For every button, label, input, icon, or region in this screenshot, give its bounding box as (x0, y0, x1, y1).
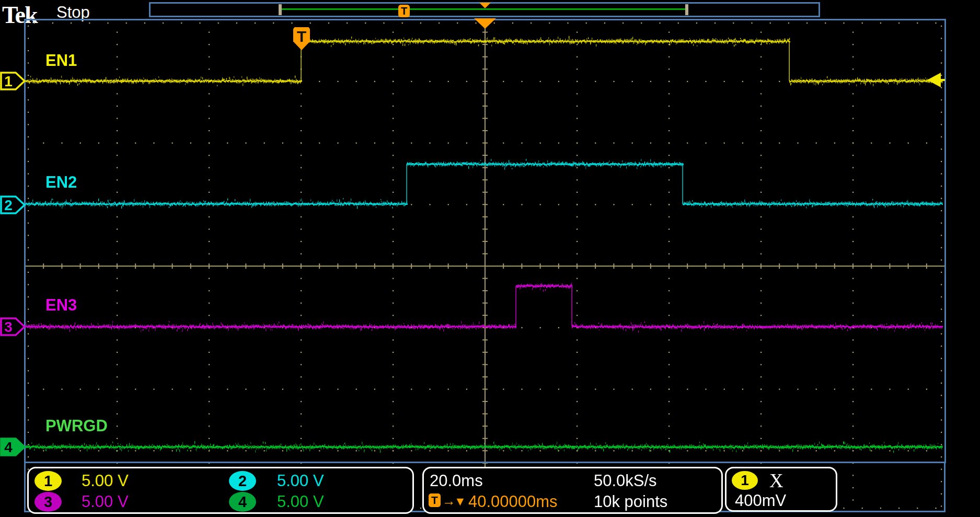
channel4-badge: 4 (229, 492, 256, 512)
channel1-scale: 5.00 V (82, 472, 129, 490)
channel1-badge: 1 (34, 471, 62, 491)
channel3-label: EN3 (45, 296, 77, 315)
channel1-marker-icon: 1 (0, 71, 26, 91)
channel2-badge: 2 (229, 471, 256, 491)
svg-text:4: 4 (4, 439, 13, 455)
channel2-label: EN2 (45, 173, 77, 192)
trigger-delay-readout: 40.00000ms (468, 492, 558, 511)
trigger-position-triangle-icon (474, 18, 496, 29)
record-window-bracket-right (685, 4, 688, 15)
svg-text:1: 1 (4, 73, 13, 89)
graticule-border (24, 19, 946, 463)
channel3-marker-icon: 3 (0, 316, 26, 337)
record-window-bracket-left (279, 4, 282, 15)
channel2-scale: 5.00 V (277, 472, 324, 490)
channel3-scale: 5.00 V (82, 492, 129, 511)
graticule-left-extension (24, 463, 26, 512)
trigger-source-badge: 1 (732, 471, 758, 490)
record-position-triangle-icon (479, 3, 491, 8)
record-window-line (281, 8, 687, 10)
oscilloscope-screen: Tek Stop T T EN1 EN2 EN3 PWRGD 1 2 3 4 1… (0, 0, 980, 517)
channel4-scale: 5.00 V (277, 492, 324, 511)
svg-text:3: 3 (4, 319, 13, 335)
record-length-readout: 10k points (594, 492, 667, 511)
delay-trigger-t-icon: T (429, 493, 441, 507)
channel4-label: PWRGD (45, 417, 108, 435)
channel4-marker-icon: 4 (0, 436, 26, 457)
graticule-right-extension (944, 463, 946, 512)
channel1-label: EN1 (45, 51, 77, 70)
sample-rate-readout: 50.0kS/s (594, 472, 657, 490)
channel3-badge: 3 (34, 492, 62, 512)
trigger-slope-icon: X (769, 469, 783, 492)
trigger-level-readout: 400mV (735, 491, 786, 510)
timebase-readout: 20.0ms (430, 472, 483, 490)
trace-end-arrow-stem (939, 79, 945, 81)
delay-pointer-icon: ▼ (454, 495, 466, 509)
svg-text:2: 2 (4, 197, 13, 213)
channel2-marker-icon: 2 (0, 194, 26, 215)
record-trigger-t-icon: T (398, 5, 410, 17)
